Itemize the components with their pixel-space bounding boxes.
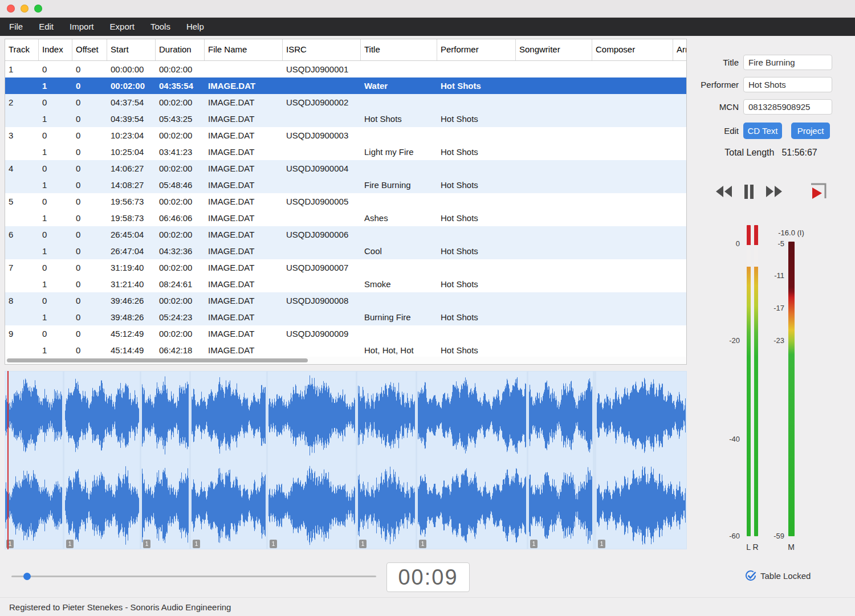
- column-header-start[interactable]: Start: [107, 39, 156, 60]
- table-row[interactable]: 10000:00:0000:02:00USQDJ0900001: [5, 61, 686, 77]
- cell-track: [5, 144, 39, 160]
- cell-title: [361, 193, 437, 210]
- horizontal-scrollbar[interactable]: [5, 357, 686, 364]
- table-row[interactable]: 30010:23:0400:02:00IMAGE.DATUSQDJ0900003: [5, 127, 686, 144]
- total-length-value: 51:56:67: [781, 148, 817, 157]
- cell-title: Smoke: [361, 276, 437, 292]
- table-row[interactable]: 20004:37:5400:02:00IMAGE.DATUSQDJ0900002: [5, 94, 686, 111]
- cell-file-name: IMAGE.DAT: [205, 226, 283, 243]
- cell-arr: [673, 226, 686, 243]
- menu-item-tools[interactable]: Tools: [142, 18, 178, 36]
- cell-isrc: [283, 77, 361, 94]
- level-meter-left: [747, 225, 751, 536]
- table-row[interactable]: 1014:08:2705:48:46IMAGE.DATFire BurningH…: [5, 177, 686, 193]
- loudness-meter: [788, 242, 795, 536]
- table-row[interactable]: 1000:02:0004:35:54IMAGE.DATWaterHot Shot…: [5, 77, 686, 94]
- table-row[interactable]: 1031:21:4008:24:61IMAGE.DATSmokeHot Shot…: [5, 276, 686, 292]
- position-slider-knob[interactable]: [23, 573, 31, 580]
- waveform-display[interactable]: 111111111: [5, 371, 687, 549]
- cell-composer: [592, 276, 673, 292]
- table-row[interactable]: 1026:47:0404:32:36IMAGE.DATCoolHot Shots: [5, 243, 686, 259]
- column-header-index[interactable]: Index: [39, 39, 72, 60]
- m-scale-label: -17: [759, 304, 784, 313]
- cell-performer: [437, 94, 516, 111]
- table-row[interactable]: 80039:46:2600:02:00IMAGE.DATUSQDJ0900008: [5, 292, 686, 309]
- column-header-songwriter[interactable]: Songwriter: [516, 39, 592, 60]
- menu-item-file[interactable]: File: [1, 18, 31, 36]
- cell-offset: 0: [72, 144, 107, 160]
- column-header-isrc[interactable]: ISRC: [283, 39, 361, 60]
- table-row[interactable]: 50019:56:7300:02:00IMAGE.DATUSQDJ0900005: [5, 193, 686, 210]
- cell-isrc: [283, 342, 361, 358]
- cell-isrc: [283, 177, 361, 193]
- column-header-title[interactable]: Title: [361, 39, 437, 60]
- table-row[interactable]: 1019:58:7306:46:06IMAGE.DATAshesHot Shot…: [5, 210, 686, 226]
- menu-item-export[interactable]: Export: [102, 18, 142, 36]
- index-flag[interactable]: 1: [419, 540, 426, 548]
- table-row[interactable]: 40014:06:2700:02:00IMAGE.DATUSQDJ0900004: [5, 160, 686, 177]
- menu-item-help[interactable]: Help: [178, 18, 212, 36]
- menu-item-import[interactable]: Import: [62, 18, 102, 36]
- playhead-cursor[interactable]: [7, 371, 9, 549]
- column-header-performer[interactable]: Performer: [437, 39, 516, 60]
- performer-input[interactable]: [743, 77, 832, 92]
- cell-duration: 04:35:54: [156, 77, 205, 94]
- column-header-offset[interactable]: Offset: [72, 39, 107, 60]
- cell-composer: [592, 210, 673, 226]
- index-flag[interactable]: 1: [598, 540, 605, 548]
- cell-track: 4: [5, 160, 39, 177]
- column-header-arr[interactable]: Arr: [673, 39, 687, 60]
- title-input[interactable]: [743, 55, 832, 70]
- table-locked-check-icon[interactable]: [744, 569, 757, 584]
- position-slider-track[interactable]: [11, 576, 376, 577]
- index-flag[interactable]: 1: [270, 540, 277, 548]
- column-header-file-name[interactable]: File Name: [205, 39, 283, 60]
- scrollbar-thumb[interactable]: [7, 358, 308, 362]
- cell-title: Hot Shots: [361, 111, 437, 127]
- table-row[interactable]: 1045:14:4906:42:18IMAGE.DATHot, Hot, Hot…: [5, 342, 686, 358]
- fast-forward-button[interactable]: [766, 185, 783, 198]
- cell-start: 45:12:49: [107, 325, 156, 342]
- cell-composer: [592, 94, 673, 111]
- cell-offset: 0: [72, 77, 107, 94]
- close-button[interactable]: [7, 5, 15, 13]
- cell-track: 9: [5, 325, 39, 342]
- index-flag[interactable]: 1: [66, 540, 74, 548]
- rewind-button[interactable]: [715, 185, 732, 198]
- cell-offset: 0: [72, 111, 107, 127]
- table-row[interactable]: 1010:25:0403:41:23IMAGE.DATLight my Fire…: [5, 144, 686, 160]
- table-row[interactable]: 1004:39:5405:43:25IMAGE.DATHot ShotsHot …: [5, 111, 686, 127]
- table-row[interactable]: 1039:48:2605:24:23IMAGE.DATBurning FireH…: [5, 309, 686, 325]
- table-row[interactable]: 90045:12:4900:02:00IMAGE.DATUSQDJ0900009: [5, 325, 686, 342]
- table-row[interactable]: 70031:19:4000:02:00IMAGE.DATUSQDJ0900007: [5, 259, 686, 276]
- cell-performer: [437, 160, 516, 177]
- cell-file-name: IMAGE.DAT: [205, 193, 283, 210]
- cell-index: 0: [39, 226, 72, 243]
- play-from-cursor-button[interactable]: [808, 182, 827, 201]
- cell-performer: Hot Shots: [437, 243, 516, 259]
- cell-isrc: [283, 111, 361, 127]
- column-header-composer[interactable]: Composer: [592, 39, 673, 60]
- waveform-canvas[interactable]: [5, 371, 687, 549]
- index-flag[interactable]: 1: [359, 540, 367, 548]
- index-flag[interactable]: 1: [530, 540, 538, 548]
- table-row[interactable]: 60026:45:0400:02:00IMAGE.DATUSQDJ0900006: [5, 226, 686, 243]
- column-header-duration[interactable]: Duration: [156, 39, 205, 60]
- menu-item-edit[interactable]: Edit: [31, 18, 62, 36]
- cell-isrc: USQDJ0900006: [283, 226, 361, 243]
- minimize-button[interactable]: [21, 5, 28, 13]
- zoom-button[interactable]: [34, 5, 42, 13]
- index-flag[interactable]: 1: [143, 540, 150, 548]
- cell-track: 7: [5, 259, 39, 276]
- index-flag[interactable]: 1: [193, 540, 200, 548]
- cell-songwriter: [516, 309, 592, 325]
- mcn-input[interactable]: [743, 99, 832, 115]
- track-table: TrackIndexOffsetStartDurationFile NameIS…: [5, 39, 687, 365]
- cell-songwriter: [516, 342, 592, 358]
- cell-performer: Hot Shots: [437, 77, 516, 94]
- cell-track: 1: [5, 61, 39, 77]
- column-header-track[interactable]: Track: [5, 39, 39, 60]
- cd-text-button[interactable]: CD Text: [743, 123, 782, 139]
- pause-button[interactable]: [744, 184, 754, 199]
- project-button[interactable]: Project: [791, 123, 830, 139]
